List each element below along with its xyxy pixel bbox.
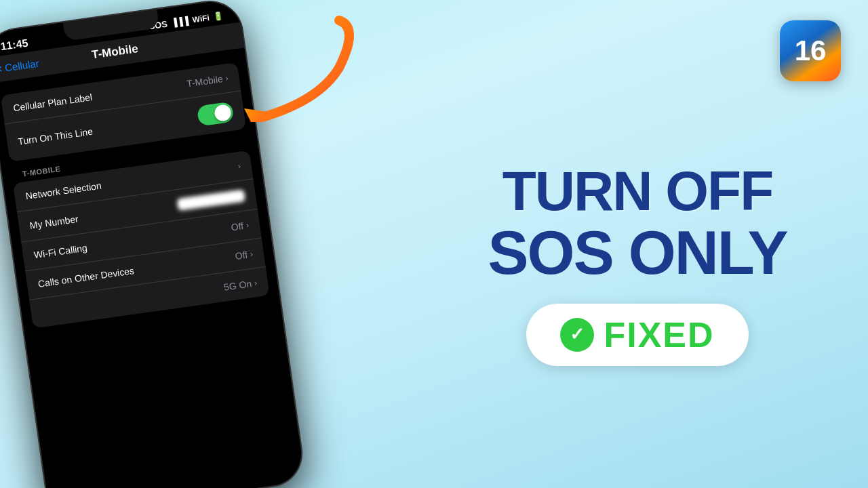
fixed-badge: ✓ FIXED <box>526 304 748 366</box>
arrow-container <box>203 14 373 122</box>
right-panel: 16 TURN OFF SOS ONLY ✓ FIXED <box>407 0 868 488</box>
title-line1: TURN OFF <box>488 163 787 219</box>
main-title-container: TURN OFF SOS ONLY <box>488 163 787 283</box>
chevron-right-icon-5: › <box>254 278 258 287</box>
5g-value: 5G On › <box>223 277 258 293</box>
calls-other-status: Off <box>235 249 248 262</box>
my-number-value-blurred <box>177 189 246 211</box>
signal-icon: ▐▐▐ <box>171 16 189 27</box>
wifi-calling-label: Wi-Fi Calling <box>33 242 88 260</box>
network-selection-label: Network Selection <box>25 180 102 202</box>
title-line2: SOS ONLY <box>488 222 787 283</box>
turn-on-line-label: Turn On This Line <box>17 126 93 147</box>
nav-back-button[interactable]: ‹ Cellular <box>0 56 40 75</box>
chevron-back-icon: ‹ <box>0 61 3 76</box>
cellular-plan-label: Cellular Plan Label <box>12 92 93 113</box>
5g-status: 5G On <box>223 278 252 293</box>
chevron-right-icon-4: › <box>250 249 254 258</box>
chevron-right-icon-2: › <box>237 161 241 171</box>
arrow-svg <box>203 14 373 122</box>
my-number-label: My Number <box>29 214 79 231</box>
status-time: 11:45 <box>0 37 29 54</box>
calls-other-value: Off › <box>235 248 254 262</box>
chevron-right-icon-3: › <box>245 220 250 230</box>
calls-other-devices-label: Calls on Other Devices <box>37 265 135 289</box>
nav-title: T-Mobile <box>91 42 139 62</box>
wifi-calling-status: Off <box>231 220 244 232</box>
checkmark-symbol: ✓ <box>570 324 585 345</box>
wifi-calling-value: Off › <box>231 220 250 233</box>
back-label: Cellular <box>4 57 40 73</box>
ios16-badge: 16 <box>780 20 841 81</box>
fixed-check-icon: ✓ <box>560 318 594 352</box>
fixed-text: FIXED <box>604 314 714 355</box>
ios-version-number: 16 <box>795 35 827 67</box>
